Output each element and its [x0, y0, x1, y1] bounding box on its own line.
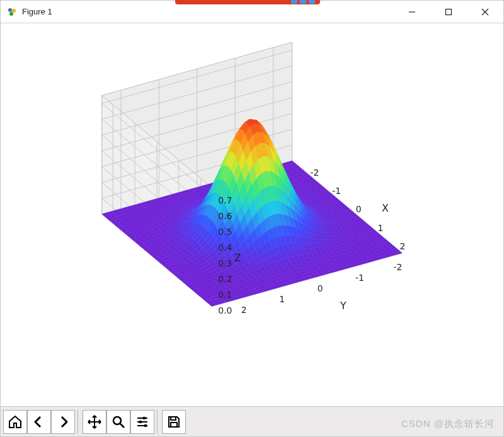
zoom-button[interactable]	[106, 410, 130, 434]
figure-window: Figure 1 -2-1012-2-10120.00.10.20.30.40.…	[0, 0, 504, 437]
svg-rect-69	[143, 417, 146, 419]
svg-text:0.2: 0.2	[218, 274, 232, 284]
svg-text:0.6: 0.6	[218, 211, 232, 221]
plot-canvas[interactable]: -2-1012-2-10120.00.10.20.30.40.50.60.7XY…	[1, 23, 503, 406]
svg-text:0.5: 0.5	[218, 227, 232, 237]
app-icon	[7, 7, 17, 17]
save-button[interactable]	[162, 410, 186, 434]
configure-button[interactable]	[130, 410, 154, 434]
maximize-button[interactable]	[430, 1, 467, 23]
svg-text:-2: -2	[310, 167, 319, 178]
top-occlusion-decoration	[175, 0, 320, 4]
svg-point-1	[12, 9, 16, 13]
svg-text:-2: -2	[394, 262, 403, 272]
pan-button[interactable]	[83, 410, 106, 434]
svg-text:0.3: 0.3	[218, 258, 232, 268]
svg-text:0: 0	[318, 283, 323, 293]
svg-text:0: 0	[356, 204, 362, 214]
svg-rect-73	[171, 423, 177, 427]
titlebar: Figure 1	[1, 1, 503, 23]
svg-point-2	[9, 12, 13, 16]
svg-text:1: 1	[279, 294, 285, 304]
svg-text:0.1: 0.1	[218, 290, 232, 300]
svg-text:Y: Y	[340, 300, 346, 312]
svg-rect-71	[144, 424, 147, 427]
svg-text:X: X	[382, 202, 389, 214]
svg-rect-72	[171, 417, 176, 420]
svg-text:0.4: 0.4	[218, 242, 232, 253]
svg-line-65	[120, 424, 124, 428]
svg-text:-1: -1	[355, 273, 364, 283]
svg-text:0.0: 0.0	[218, 305, 232, 315]
window-title: Figure 1	[22, 7, 52, 16]
svg-text:0.7: 0.7	[218, 195, 232, 205]
forward-button[interactable]	[51, 410, 75, 434]
minimize-button[interactable]	[394, 1, 430, 23]
close-button[interactable]	[467, 1, 503, 23]
svg-rect-70	[139, 421, 142, 423]
nav-toolbar: CSDN @执念斩长河	[1, 406, 503, 436]
home-button[interactable]	[3, 410, 27, 434]
toolbar-separator	[157, 410, 159, 434]
svg-text:Z: Z	[234, 252, 241, 264]
svg-text:1: 1	[378, 223, 384, 233]
svg-rect-4	[446, 9, 452, 14]
toolbar-separator	[77, 410, 80, 434]
svg-text:-1: -1	[332, 186, 341, 196]
svg-point-0	[8, 8, 12, 12]
svg-text:2: 2	[400, 241, 406, 251]
svg-point-64	[113, 417, 121, 424]
watermark-text: CSDN @执念斩长河	[401, 418, 495, 430]
back-button[interactable]	[27, 410, 51, 434]
surface-3d-plot[interactable]: -2-1012-2-10120.00.10.20.30.40.50.60.7XY…	[1, 23, 503, 406]
svg-text:2: 2	[241, 305, 247, 315]
